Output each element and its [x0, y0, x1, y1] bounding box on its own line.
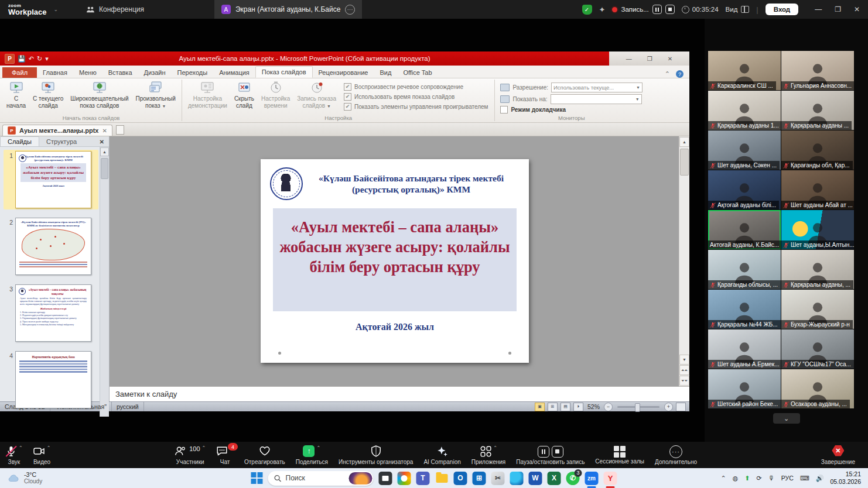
tab-file[interactable]: Файл: [2, 67, 37, 78]
search-highlight-image[interactable]: [349, 472, 373, 484]
language-indicator[interactable]: русский: [112, 402, 144, 411]
normal-view-button[interactable]: ▣: [535, 403, 545, 411]
tab-menu[interactable]: Меню: [73, 67, 102, 78]
participant-tile[interactable]: Бухар-Жырауский р-н: [781, 290, 854, 329]
slide-thumbnail-2[interactable]: 2 «Күләш Байсейітова атындағы тірек мект…: [4, 216, 98, 276]
pause-stop-recording-button[interactable]: Пауза/остановить запись: [511, 442, 590, 468]
search-box[interactable]: Поиск: [268, 471, 374, 486]
participants-button[interactable]: 100 ⌃ Участники: [169, 442, 211, 468]
participant-tile[interactable]: Қарқаралы ауданы, ...: [781, 250, 854, 289]
maximize-button[interactable]: ❐: [835, 5, 841, 13]
tray-expand-chevron[interactable]: ⌃: [721, 475, 726, 482]
excel-icon[interactable]: X: [548, 472, 561, 485]
notes-area[interactable]: Заметки к слайду: [110, 386, 689, 401]
resolution-select[interactable]: Использовать текуще...▼: [551, 83, 643, 92]
share-chevron[interactable]: ⌃: [316, 445, 320, 451]
ppt-maximize-button[interactable]: ❐: [647, 56, 652, 62]
pause-recording-icon[interactable]: [538, 446, 549, 458]
tab-transitions[interactable]: Переходы: [172, 67, 214, 78]
close-pane-icon[interactable]: ✕: [95, 139, 109, 146]
scroll-up-icon[interactable]: ▲: [100, 147, 109, 156]
antivirus-tray-icon[interactable]: ⬆: [744, 475, 750, 482]
fit-to-window-button[interactable]: [676, 403, 686, 411]
participant-tile[interactable]: Ақтоғай ауданы білі...: [708, 170, 781, 209]
video-button[interactable]: ⌃ Видео: [28, 442, 56, 468]
yandex-browser-icon[interactable]: Y: [604, 472, 617, 485]
help-icon[interactable]: ?: [676, 70, 684, 78]
edge-icon[interactable]: [510, 472, 524, 485]
next-slide-icon[interactable]: ⏷⏷: [679, 376, 689, 386]
participant-tile[interactable]: КГУ "ОСШ№17" Оса...: [781, 329, 854, 369]
share-button[interactable]: ↑ ⌃ Поделиться: [291, 442, 333, 468]
view-button[interactable]: Вид: [726, 6, 750, 13]
tab-office-tab[interactable]: Office Tab: [397, 67, 438, 78]
ai-sparkle-icon[interactable]: ✦: [599, 5, 606, 14]
checkbox-use-timings[interactable]: ✔ Использовать время показа слайдов: [344, 93, 488, 101]
tab-design[interactable]: Дизайн: [138, 67, 172, 78]
end-meeting-button[interactable]: ✕ Завершение: [816, 442, 868, 468]
copilot-icon[interactable]: [398, 472, 411, 485]
snipping-tool-icon[interactable]: ✂: [491, 472, 505, 485]
zoom-slider[interactable]: [617, 406, 659, 408]
participant-tile[interactable]: Қарағанды обл, Қар...: [781, 130, 854, 170]
react-button[interactable]: Отреагировать: [239, 442, 291, 468]
current-slide[interactable]: «Күләш Байсейітова атындағы тірек мектеб…: [261, 159, 529, 363]
weather-widget[interactable]: -3°C Cloudy: [0, 471, 95, 485]
tab-screen-share[interactable]: A Экран (Актогай ауданы, К.Байсе ···: [214, 0, 362, 19]
whatsapp-icon[interactable]: ✆3: [566, 472, 580, 485]
setup-slideshow-button[interactable]: Настройкадемонстрации: [185, 80, 230, 111]
new-document-tab-icon[interactable]: [116, 125, 124, 135]
pane-tab-outline[interactable]: Структура: [39, 137, 84, 146]
minimize-button[interactable]: —: [815, 5, 822, 13]
participants-chevron[interactable]: ⌃: [202, 445, 206, 451]
pane-tab-slides[interactable]: Слайды: [0, 136, 39, 146]
zoom-app-icon[interactable]: zm: [585, 472, 599, 485]
stop-recording-button[interactable]: [665, 5, 675, 14]
checkbox-play-narrations[interactable]: ✔ Воспроизвести речевое сопровождение: [344, 83, 488, 91]
reading-view-button[interactable]: ▤: [561, 403, 570, 411]
chevron-down-icon[interactable]: ⌄: [54, 6, 59, 12]
broadcast-slideshow-button[interactable]: Широковещательныйпоказ слайдов: [67, 80, 131, 111]
signin-button[interactable]: Вход: [766, 4, 798, 15]
tab-home[interactable]: Главная: [37, 67, 73, 78]
scroll-up-icon[interactable]: ▲: [679, 137, 689, 147]
participant-tile[interactable]: Қарқаралы ауданы 1...: [708, 91, 781, 130]
apps-chevron[interactable]: ⌃: [493, 445, 497, 451]
start-button[interactable]: [251, 472, 263, 484]
show-on-select[interactable]: ▼: [551, 94, 642, 104]
participant-tile[interactable]: Шетский район Беке...: [708, 369, 781, 408]
stop-recording-icon[interactable]: [552, 446, 563, 458]
security-shield-icon[interactable]: ✓: [582, 5, 592, 15]
teams-icon[interactable]: T: [416, 472, 430, 485]
from-current-slide-button[interactable]: С текущегослайда: [30, 80, 66, 111]
participant-tile[interactable]: Гульнария Аннасовн...: [781, 51, 854, 90]
participant-tile[interactable]: Қарқаралы №44 ЖБ...: [708, 290, 781, 329]
slide-sorter-view-button[interactable]: ⊞: [548, 403, 558, 411]
zoom-in-button[interactable]: +: [664, 403, 673, 411]
breakout-rooms-button[interactable]: Сессионные залы: [590, 442, 650, 468]
participant-tile[interactable]: Қарағанды облысы, ...: [708, 250, 781, 289]
tray-app-icon[interactable]: ◍: [733, 475, 739, 482]
tab-review[interactable]: Рецензирование: [313, 67, 374, 78]
participant-tile[interactable]: Осакаров ауданы, ...: [781, 369, 854, 408]
participant-tile[interactable]: Шет ауданы, Сәкен ...: [708, 130, 781, 170]
participant-tile[interactable]: Шет ауданы,Ы.Алтын...: [781, 210, 854, 249]
pane-scrollbar[interactable]: ▲: [100, 147, 109, 417]
participant-tile[interactable]: Каркаралинск СШ ...: [708, 51, 781, 90]
rehearse-timings-button[interactable]: Настройкавремени: [258, 80, 293, 111]
language-switcher[interactable]: РУС: [781, 475, 794, 482]
tab-options-icon[interactable]: ···: [345, 5, 355, 15]
custom-slideshow-button[interactable]: Произвольныйпоказ ▼: [133, 80, 179, 111]
tab-conference[interactable]: Конференция: [86, 5, 144, 13]
checkbox-show-media-controls[interactable]: ✔ Показать элементы управления проигрыва…: [344, 103, 488, 111]
scroll-down-icon[interactable]: ▼: [679, 355, 689, 365]
slide-thumbnail-4[interactable]: 4 Нормативтік-құқықтық база: [4, 350, 98, 410]
pause-recording-button[interactable]: [652, 5, 662, 14]
file-explorer-icon[interactable]: [435, 472, 449, 485]
ribbon-collapse-icon[interactable]: ⌃: [665, 70, 670, 78]
participant-tile[interactable]: Қарқаралы ауданы ...: [781, 91, 854, 130]
taskbar-clock[interactable]: 15:21 05.03.2026: [830, 470, 861, 485]
hide-slide-button[interactable]: Скрытьслайд: [231, 80, 257, 111]
record-slideshow-button[interactable]: Запись показаслайдов ▼: [294, 80, 339, 111]
checkbox-presenter-view[interactable]: ✔ Режим докладчика: [500, 106, 566, 114]
